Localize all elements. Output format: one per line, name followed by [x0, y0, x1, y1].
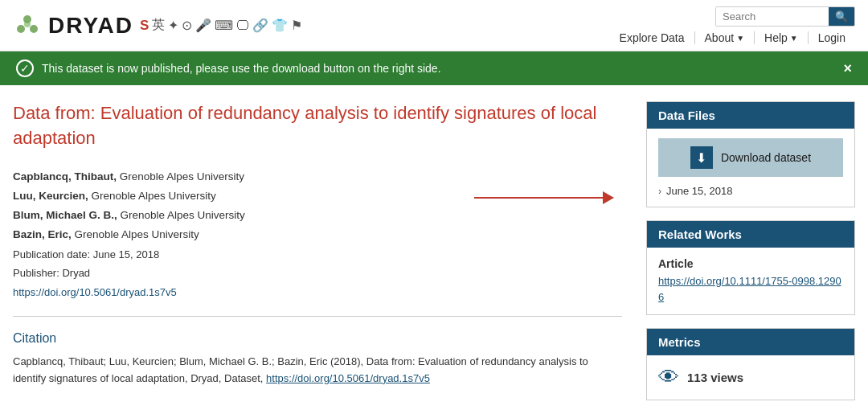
search-container: 🔍: [715, 6, 855, 27]
help-caret: ▼: [790, 34, 798, 43]
files-date-row[interactable]: › June 15, 2018: [658, 185, 843, 197]
publication-date-label: Publication date:: [13, 248, 93, 260]
about-caret: ▼: [736, 34, 744, 43]
svg-point-1: [17, 25, 25, 33]
publication-date-line: Publication date: June 15, 2018: [13, 245, 474, 264]
file-date: June 15, 2018: [666, 185, 732, 197]
citation-text: Capblancq, Thibaut; Luu, Keurcien; Blum,…: [13, 354, 622, 387]
views-count: 113 views: [687, 371, 743, 384]
eye-icon: 👁: [658, 365, 679, 390]
related-type: Article: [658, 257, 843, 270]
svg-point-3: [24, 21, 31, 27]
author-3: Blum, Michael G. B., Grenoble Alpes Univ…: [13, 206, 474, 225]
dryad-logo-icon: [13, 11, 42, 40]
download-label: Download dataset: [721, 151, 811, 164]
header-right: 🔍 Explore Data About ▼ Help ▼ Login: [610, 6, 855, 44]
citation-link[interactable]: https://doi.org/10.5061/dryad.1s7v5: [266, 372, 430, 384]
toolbar-icon-1[interactable]: 英: [152, 17, 165, 34]
divider: [13, 316, 622, 317]
nav-about-label: About: [705, 31, 735, 44]
toolbar-icon-4[interactable]: 🎤: [195, 18, 211, 33]
toolbar-icon-9[interactable]: ⚑: [291, 18, 302, 33]
author-2: Luu, Keurcien, Grenoble Alpes University: [13, 187, 474, 206]
nav-links: Explore Data About ▼ Help ▼ Login: [610, 31, 855, 44]
metrics-card: Metrics 👁 113 views: [646, 328, 855, 400]
toolbar-icons: S 英 ✦ ⊙ 🎤 ⌨ 🖵 🔗 👕 ⚑: [140, 17, 302, 34]
author-1: Capblancq, Thibaut, Grenoble Alpes Unive…: [13, 167, 474, 187]
search-button[interactable]: 🔍: [829, 7, 854, 26]
banner-close-button[interactable]: ×: [843, 60, 852, 77]
nav-about[interactable]: About ▼: [695, 31, 755, 44]
notification-banner: ✓ This dataset is now published, please …: [0, 51, 868, 85]
author-4: Bazin, Eric, Grenoble Alpes University: [13, 225, 474, 244]
header: DRYAD S 英 ✦ ⊙ 🎤 ⌨ 🖵 🔗 👕 ⚑ 🔍 Explore Data: [0, 0, 868, 51]
publisher-label: Publisher:: [13, 267, 62, 279]
banner-left: ✓ This dataset is now published, please …: [16, 59, 441, 77]
data-files-card: Data Files ⬇ Download dataset › June 15,…: [646, 101, 855, 207]
red-arrow-head: [603, 191, 614, 204]
toolbar-icon-6[interactable]: 🖵: [236, 18, 249, 33]
content-left: Data from: Evaluation of redundancy anal…: [13, 101, 646, 410]
svg-point-2: [30, 25, 38, 33]
doi-link[interactable]: https://doi.org/10.5061/dryad.1s7v5: [13, 286, 177, 298]
page-title: Data from: Evaluation of redundancy anal…: [13, 101, 622, 151]
nav-login-label: Login: [818, 31, 845, 44]
publication-date: June 15, 2018: [93, 248, 159, 260]
citation-section-title: Citation: [13, 331, 622, 346]
s-icon: S: [140, 18, 149, 34]
metrics-body: 👁 113 views: [647, 355, 854, 400]
related-works-body: Article https://doi.org/10.1111/1755-099…: [647, 248, 854, 314]
download-dataset-button[interactable]: ⬇ Download dataset: [658, 138, 843, 177]
banner-check-icon: ✓: [16, 59, 34, 77]
related-link[interactable]: https://doi.org/10.1111/1755-0998.12906: [658, 275, 841, 303]
nav-help-label: Help: [764, 31, 788, 44]
toolbar-icon-5[interactable]: ⌨: [215, 18, 233, 33]
download-icon: ⬇: [690, 146, 713, 169]
data-files-body: ⬇ Download dataset › June 15, 2018: [647, 129, 854, 207]
toolbar-icon-8[interactable]: 👕: [272, 18, 288, 33]
metrics-header: Metrics: [647, 329, 854, 355]
data-files-header: Data Files: [647, 102, 854, 129]
related-works-header: Related Works: [647, 221, 854, 248]
doi-line: https://doi.org/10.5061/dryad.1s7v5: [13, 283, 474, 301]
toolbar-icon-7[interactable]: 🔗: [252, 18, 268, 33]
nav-explore-label: Explore Data: [620, 31, 685, 44]
toolbar-icon-3[interactable]: ⊙: [182, 18, 192, 33]
search-input[interactable]: [716, 7, 829, 26]
logo-text: DRYAD: [48, 13, 133, 39]
banner-message: This dataset is now published, please us…: [42, 62, 441, 75]
nav-explore[interactable]: Explore Data: [610, 31, 695, 44]
main-content: Data from: Evaluation of redundancy anal…: [0, 85, 868, 410]
nav-help[interactable]: Help ▼: [755, 31, 809, 44]
nav-login[interactable]: Login: [809, 31, 855, 44]
chevron-right-icon: ›: [658, 186, 661, 197]
related-works-card: Related Works Article https://doi.org/10…: [646, 220, 855, 315]
red-arrow-line: [474, 197, 603, 199]
toolbar-icon-2[interactable]: ✦: [168, 18, 178, 33]
publisher: Dryad: [62, 267, 90, 279]
content-right: Data Files ⬇ Download dataset › June 15,…: [646, 101, 855, 410]
publisher-line: Publisher: Dryad: [13, 264, 474, 282]
header-left: DRYAD S 英 ✦ ⊙ 🎤 ⌨ 🖵 🔗 👕 ⚑: [13, 11, 302, 40]
